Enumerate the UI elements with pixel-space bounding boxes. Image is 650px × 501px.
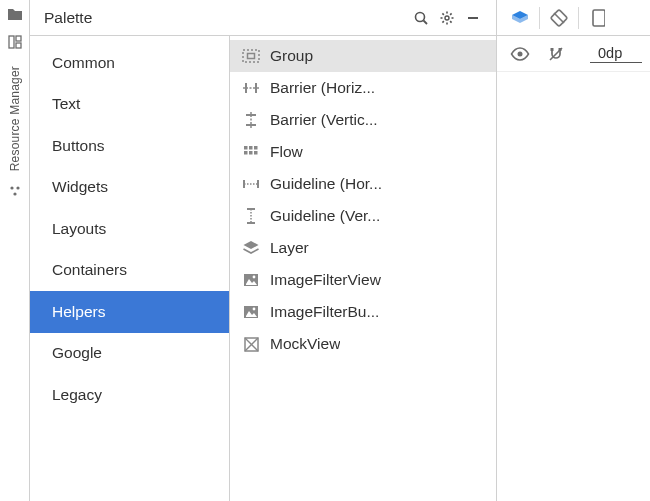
palette-category-text[interactable]: Text (30, 84, 229, 126)
svg-rect-33 (244, 151, 248, 155)
palette-component[interactable]: Guideline (Hor... (230, 168, 496, 200)
palette-component[interactable]: Group (230, 40, 496, 72)
rail-label-resource-manager[interactable]: Resource Manager (8, 56, 22, 177)
palette-category-legacy[interactable]: Legacy (30, 374, 229, 416)
guideline-v-icon (242, 207, 260, 225)
image-icon (242, 303, 260, 321)
svg-point-45 (253, 276, 256, 279)
folder-icon[interactable] (5, 4, 25, 24)
svg-rect-30 (244, 146, 248, 150)
svg-point-6 (416, 12, 425, 21)
layer-icon (242, 239, 260, 257)
svg-rect-19 (248, 54, 255, 59)
svg-rect-0 (9, 36, 14, 48)
palette-component-label: ImageFilterView (270, 271, 381, 289)
toolbar-separator (539, 7, 540, 29)
palette-component-label: Flow (270, 143, 303, 161)
svg-marker-42 (244, 241, 259, 249)
palette-category-widgets[interactable]: Widgets (30, 167, 229, 209)
svg-rect-1 (16, 36, 21, 41)
svg-line-55 (554, 13, 564, 23)
svg-point-8 (445, 16, 449, 20)
minimize-icon[interactable] (460, 5, 486, 31)
svg-line-15 (442, 21, 444, 23)
palette-component[interactable]: Flow (230, 136, 496, 168)
palette-category-layouts[interactable]: Layouts (30, 208, 229, 250)
palette-component[interactable]: ImageFilterView (230, 264, 496, 296)
design-toolbar (497, 0, 650, 36)
svg-point-4 (16, 187, 19, 190)
svg-rect-2 (16, 43, 21, 48)
palette-component-label: Guideline (Hor... (270, 175, 382, 193)
palette-component[interactable]: ImageFilterBu... (230, 296, 496, 328)
guideline-h-icon (242, 175, 260, 193)
gear-icon[interactable] (434, 5, 460, 31)
palette-component-label: Layer (270, 239, 309, 257)
svg-line-13 (442, 13, 444, 15)
svg-rect-34 (249, 151, 253, 155)
rail-bottom-icons (5, 181, 25, 201)
palette-body: CommonTextButtonsWidgetsLayoutsContainer… (30, 36, 496, 501)
tool-rail: Resource Manager (0, 0, 30, 501)
palette-component-label: Group (270, 47, 313, 65)
attributes-panel: 0dp (497, 0, 650, 501)
palette-category-google[interactable]: Google (30, 333, 229, 375)
default-margin-value[interactable]: 0dp (590, 45, 642, 63)
visibility-icon[interactable] (505, 40, 535, 68)
barrier-v-icon (242, 111, 260, 129)
palette-category-buttons[interactable]: Buttons (30, 125, 229, 167)
svg-line-16 (450, 13, 452, 15)
palette-component-label: Barrier (Vertic... (270, 111, 378, 129)
palette-component[interactable]: Guideline (Ver... (230, 200, 496, 232)
magnet-off-icon[interactable] (541, 40, 571, 68)
svg-point-3 (10, 187, 13, 190)
svg-point-57 (518, 51, 523, 56)
palette-component-label: MockView (270, 335, 340, 353)
orientation-icon[interactable] (544, 4, 574, 32)
view-options-toolbar: 0dp (497, 36, 650, 72)
palette-component[interactable]: MockView (230, 328, 496, 360)
palette-category-containers[interactable]: Containers (30, 250, 229, 292)
palette-component-label: Guideline (Ver... (270, 207, 380, 225)
palette-category-helpers[interactable]: Helpers (30, 291, 229, 333)
palette-component[interactable]: Barrier (Horiz... (230, 72, 496, 104)
search-icon[interactable] (408, 5, 434, 31)
svg-point-5 (13, 193, 16, 196)
mock-icon (242, 335, 260, 353)
palette-panel: Palette CommonTextButtonsWidgetsLayoutsC… (30, 0, 497, 501)
default-margin-field[interactable]: 0dp (590, 45, 642, 63)
svg-point-48 (253, 308, 256, 311)
svg-rect-31 (249, 146, 253, 150)
svg-line-7 (424, 20, 428, 24)
palette-component-label: ImageFilterBu... (270, 303, 379, 321)
svg-rect-18 (243, 50, 259, 62)
barrier-h-icon (242, 79, 260, 97)
palette-category-common[interactable]: Common (30, 42, 229, 84)
palette-component[interactable]: Barrier (Vertic... (230, 104, 496, 136)
svg-line-14 (450, 21, 452, 23)
palette-dots-icon[interactable] (5, 181, 25, 201)
design-surface-icon[interactable] (505, 4, 535, 32)
palette-title: Palette (44, 9, 408, 27)
group-icon (242, 47, 260, 65)
flow-icon (242, 143, 260, 161)
svg-rect-56 (593, 10, 605, 26)
palette-components: GroupBarrier (Horiz...Barrier (Vertic...… (230, 36, 496, 501)
svg-rect-35 (254, 151, 258, 155)
image-icon (242, 271, 260, 289)
svg-rect-32 (254, 146, 258, 150)
palette-component-label: Barrier (Horiz... (270, 79, 375, 97)
device-icon[interactable] (583, 4, 613, 32)
palette-categories: CommonTextButtonsWidgetsLayoutsContainer… (30, 36, 230, 501)
palette-component[interactable]: Layer (230, 232, 496, 264)
resource-manager-icon[interactable] (5, 32, 25, 52)
palette-header: Palette (30, 0, 496, 36)
toolbar-separator (578, 7, 579, 29)
